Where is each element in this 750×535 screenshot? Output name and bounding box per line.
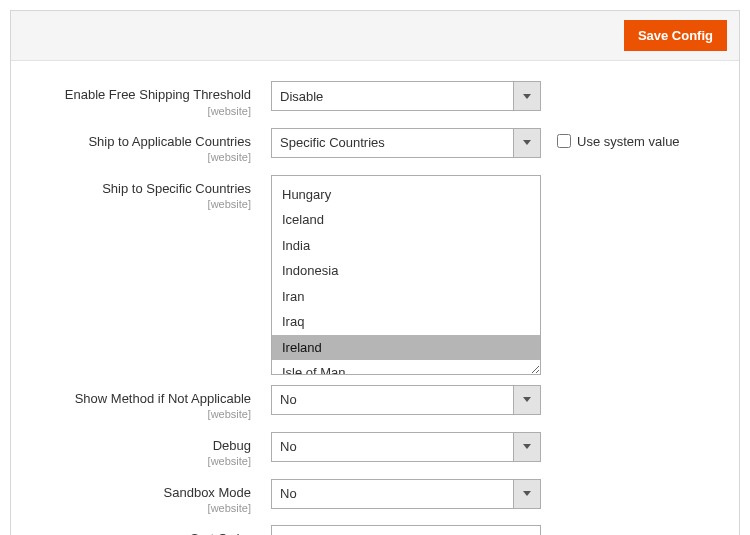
- country-option[interactable]: Ireland: [272, 335, 540, 361]
- ship-specific-scope: [website]: [41, 197, 251, 211]
- ship-applicable-scope: [website]: [41, 150, 251, 164]
- row-debug: Debug [website] No: [41, 432, 709, 469]
- row-free-shipping: Enable Free Shipping Threshold [website]…: [41, 81, 709, 118]
- sort-order-input[interactable]: [271, 525, 541, 535]
- sort-order-label: Sort Order: [41, 531, 251, 535]
- row-show-method: Show Method if Not Applicable [website] …: [41, 385, 709, 422]
- country-option[interactable]: Indonesia: [272, 258, 540, 284]
- use-system-value-checkbox[interactable]: [557, 134, 571, 148]
- ship-specific-label: Ship to Specific Countries: [41, 181, 251, 197]
- country-option[interactable]: Iran: [272, 284, 540, 310]
- row-ship-specific: Ship to Specific Countries [website] Hun…: [41, 175, 709, 375]
- free-shipping-label: Enable Free Shipping Threshold: [41, 87, 251, 103]
- debug-select[interactable]: No: [271, 432, 541, 462]
- country-option[interactable]: Iceland: [272, 207, 540, 233]
- row-sandbox: Sandbox Mode [website] No: [41, 479, 709, 516]
- show-method-scope: [website]: [41, 407, 251, 421]
- ship-applicable-select[interactable]: Specific Countries: [271, 128, 541, 158]
- save-config-button[interactable]: Save Config: [624, 20, 727, 51]
- show-method-select[interactable]: No: [271, 385, 541, 415]
- free-shipping-scope: [website]: [41, 104, 251, 118]
- row-ship-applicable: Ship to Applicable Countries [website] S…: [41, 128, 709, 165]
- country-option[interactable]: India: [272, 233, 540, 259]
- show-method-label: Show Method if Not Applicable: [41, 391, 251, 407]
- country-option[interactable]: Hungary: [272, 182, 540, 208]
- config-form: Enable Free Shipping Threshold [website]…: [11, 61, 739, 535]
- country-option[interactable]: Iraq: [272, 309, 540, 335]
- config-panel: Save Config Enable Free Shipping Thresho…: [10, 10, 740, 535]
- ship-applicable-label: Ship to Applicable Countries: [41, 134, 251, 150]
- debug-label: Debug: [41, 438, 251, 454]
- ship-specific-multiselect[interactable]: HungaryIcelandIndiaIndonesiaIranIraqIrel…: [271, 175, 541, 375]
- sandbox-scope: [website]: [41, 501, 251, 515]
- row-sort-order: Sort Order [website]: [41, 525, 709, 535]
- free-shipping-select[interactable]: Disable: [271, 81, 541, 111]
- topbar: Save Config: [11, 11, 739, 61]
- sandbox-select[interactable]: No: [271, 479, 541, 509]
- debug-scope: [website]: [41, 454, 251, 468]
- use-system-value-label[interactable]: Use system value: [577, 134, 680, 149]
- sandbox-label: Sandbox Mode: [41, 485, 251, 501]
- country-option[interactable]: Isle of Man: [272, 360, 540, 375]
